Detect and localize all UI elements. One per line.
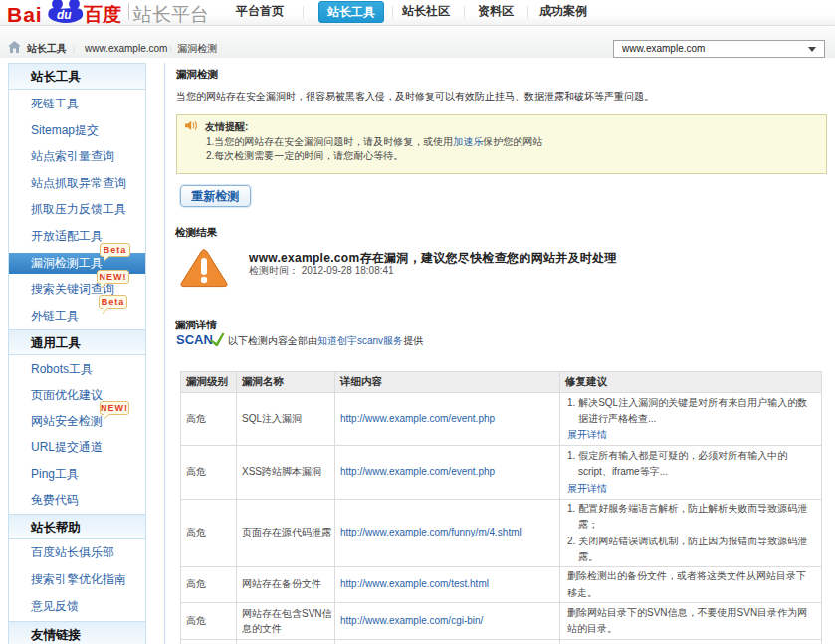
svg-text:du: du <box>57 8 72 22</box>
svg-text:站长平台: 站长平台 <box>132 4 209 25</box>
svg-text:百度: 百度 <box>84 4 121 25</box>
svg-text:SCAN: SCAN <box>176 332 213 346</box>
svg-text:Bai: Bai <box>7 3 43 26</box>
